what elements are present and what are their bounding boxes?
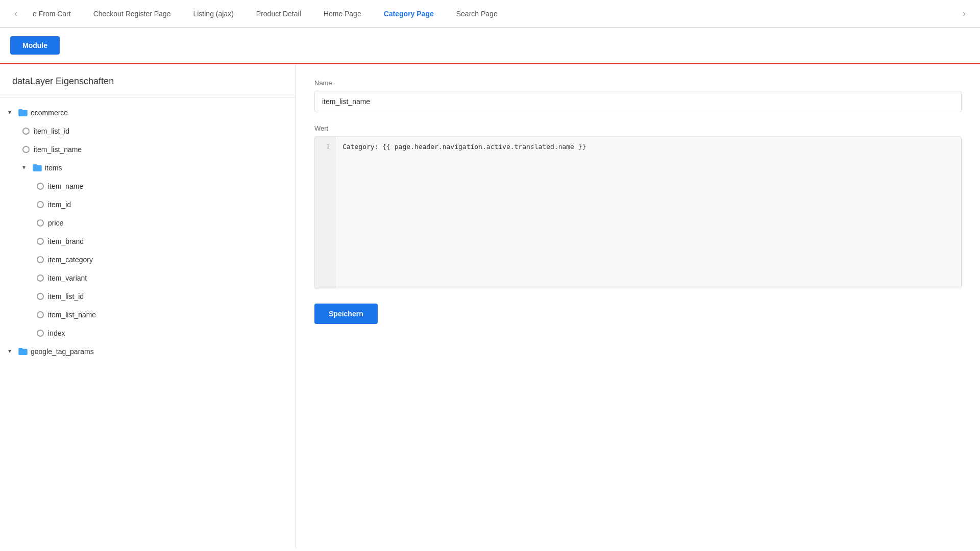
circle-icon — [37, 183, 44, 190]
code-content[interactable]: Category: {{ page.header.navigation.acti… — [335, 137, 961, 289]
circle-icon — [22, 146, 30, 153]
folder-icon — [18, 109, 28, 116]
node-label: item_id — [48, 201, 272, 209]
folder-icon — [18, 348, 28, 355]
line-numbers: 1 — [315, 137, 335, 289]
circle-icon — [37, 330, 44, 337]
tab-item-search-page[interactable]: Search Page — [445, 1, 509, 27]
tree-node-item_list_name_inner[interactable]: item_list_name ··· — [0, 306, 296, 324]
circle-icon — [37, 274, 44, 282]
tab-next-arrow[interactable]: › — [959, 0, 970, 27]
circle-icon — [37, 219, 44, 227]
circle-icon — [37, 311, 44, 318]
folder-icon — [33, 164, 42, 171]
chevron-icon: ▾ — [8, 109, 16, 117]
tab-prev-arrow[interactable]: ‹ — [10, 0, 21, 27]
circle-icon — [37, 201, 44, 208]
node-label: index — [48, 329, 272, 337]
code-editor[interactable]: 1 Category: {{ page.header.navigation.ac… — [314, 136, 962, 289]
tree-node-item_variant[interactable]: item_variant ··· — [0, 269, 296, 287]
tab-item-home-page[interactable]: Home Page — [312, 1, 373, 27]
circle-icon — [37, 238, 44, 245]
tab-item-listing-ajax[interactable]: Listing (ajax) — [182, 1, 244, 27]
tree-node-price[interactable]: price ··· — [0, 214, 296, 232]
node-label: item_list_name — [48, 311, 272, 319]
circle-icon — [22, 128, 30, 135]
left-panel: dataLayer Eigenschaften ▾ ecommerce ··· … — [0, 64, 296, 548]
tab-item-product-detail[interactable]: Product Detail — [245, 1, 312, 27]
panel-title: dataLayer Eigenschaften — [0, 64, 296, 97]
tree-node-item_brand[interactable]: item_brand ··· — [0, 232, 296, 251]
tree-node-google_tag_params[interactable]: ▾ google_tag_params ··· — [0, 342, 296, 361]
node-label: item_brand — [48, 237, 272, 245]
tab-nav: e From CartCheckout Register PageListing… — [21, 1, 959, 27]
tree-node-ecommerce[interactable]: ▾ ecommerce ··· — [0, 104, 296, 122]
tree-node-item_list_id_inner[interactable]: item_list_id ··· — [0, 287, 296, 306]
node-label: item_name — [48, 182, 272, 190]
node-label: item_list_id — [48, 292, 272, 300]
node-label: item_category — [48, 256, 272, 264]
circle-icon — [37, 256, 44, 263]
module-row: Module — [0, 28, 980, 63]
tree-node-item_name[interactable]: item_name ··· — [0, 177, 296, 195]
node-label: price — [48, 219, 272, 227]
chevron-icon: ▾ — [8, 347, 16, 356]
circle-icon — [37, 293, 44, 300]
tree-node-items[interactable]: ▾ items ··· — [0, 159, 296, 177]
tree-node-index[interactable]: index ··· — [0, 324, 296, 342]
tree-node-item_id[interactable]: item_id ··· — [0, 195, 296, 214]
tab-item-checkout-register[interactable]: Checkout Register Page — [82, 1, 182, 27]
tab-item-category-page[interactable]: Category Page — [373, 1, 445, 27]
tree: ▾ ecommerce ··· item_list_id ··· item_li… — [0, 97, 296, 367]
wert-label: Wert — [314, 124, 962, 132]
name-input[interactable] — [314, 91, 962, 112]
node-label: item_list_name — [34, 145, 272, 154]
module-button[interactable]: Module — [10, 36, 60, 55]
tree-node-item_category[interactable]: item_category ··· — [0, 251, 296, 269]
tree-node-item_list_name[interactable]: item_list_name ··· — [0, 140, 296, 159]
node-label: items — [45, 164, 272, 172]
node-label: google_tag_params — [31, 347, 272, 356]
chevron-icon: ▾ — [22, 164, 31, 172]
node-label: ecommerce — [31, 109, 272, 117]
node-label: item_variant — [48, 274, 272, 282]
node-label: item_list_id — [34, 127, 272, 135]
tab-item-remove-from-cart[interactable]: e From Cart — [21, 1, 82, 27]
tree-node-item_list_id[interactable]: item_list_id ··· — [0, 122, 296, 140]
tab-bar: ‹ e From CartCheckout Register PageListi… — [0, 0, 980, 28]
main-content: dataLayer Eigenschaften ▾ ecommerce ··· … — [0, 64, 980, 548]
right-panel: Name Wert 1 Category: {{ page.header.nav… — [296, 64, 980, 548]
save-button[interactable]: Speichern — [314, 304, 378, 324]
name-label: Name — [314, 79, 962, 87]
